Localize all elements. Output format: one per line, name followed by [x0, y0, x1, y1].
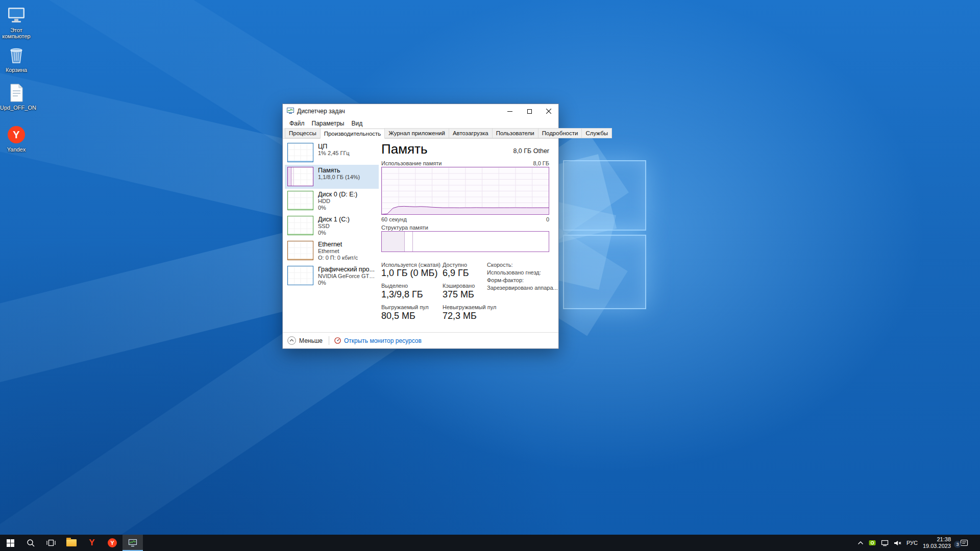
- memory-capacity: 8,0 ГБ Other: [513, 147, 549, 156]
- recycle-bin-icon: [6, 45, 27, 65]
- yandex-circle-icon: Y: [108, 538, 117, 547]
- task-view-button[interactable]: [41, 535, 61, 551]
- titlebar[interactable]: Диспетчер задач: [283, 104, 558, 118]
- yandex-app-button[interactable]: Y: [102, 535, 122, 551]
- yandex-browser-button[interactable]: Y: [82, 535, 102, 551]
- stat-committed-label: Выделено: [381, 283, 408, 289]
- menu-view[interactable]: Вид: [348, 119, 366, 128]
- menu-bar: Файл Параметры Вид: [283, 118, 558, 128]
- this-pc-icon: [6, 5, 27, 26]
- notification-icon: [960, 539, 968, 546]
- usage-chart-max: 8,0 ГБ: [533, 160, 549, 166]
- cpu-mini-chart: [287, 143, 313, 162]
- stat-nonpagedpool-label: Невыгружаемый пул: [443, 304, 496, 310]
- window-icon: [287, 107, 294, 116]
- hw-speed-label: Скорость:: [487, 262, 513, 268]
- window-footer: Меньше Открыть монитор ресурсов: [283, 332, 558, 348]
- system-tray: РУС 21:38 19.03.2023 3: [853, 535, 980, 551]
- desktop-icon-recycle-bin[interactable]: Корзина: [0, 45, 33, 73]
- file-explorer-button[interactable]: [61, 535, 82, 551]
- composition-label: Структура памяти: [381, 224, 428, 231]
- sidebar-item-cpu[interactable]: ЦП 1% 2,45 ГГц: [285, 141, 379, 165]
- resource-monitor-label: Открыть монитор ресурсов: [344, 337, 422, 344]
- tray-time: 21:38: [937, 536, 951, 542]
- tab-app-history[interactable]: Журнал приложений: [384, 128, 449, 138]
- tab-performance[interactable]: Производительность: [320, 129, 385, 139]
- desktop-icon-label: Upd_OFF_ON: [0, 105, 33, 111]
- tab-startup[interactable]: Автозагрузка: [449, 128, 493, 138]
- document-icon: [6, 83, 27, 103]
- tray-date: 19.03.2023: [923, 543, 951, 549]
- hw-slots-label: Использовано гнезд:: [487, 269, 541, 276]
- sidebar-item-ethernet[interactable]: Ethernet Ethernet О: 0 П: 0 кбит/с: [285, 239, 379, 264]
- network-icon: [881, 540, 889, 546]
- performance-panel: ЦП 1% 2,45 ГГц Память 1,1/8,0 ГБ (14%): [283, 139, 558, 332]
- sidebar-item-sub: Ethernet: [318, 248, 358, 255]
- folder-icon: [66, 539, 77, 546]
- sidebar-item-memory[interactable]: Память 1,1/8,0 ГБ (14%): [285, 165, 379, 189]
- memory-composition-bar: [381, 231, 549, 252]
- sidebar-item-title: Диск 1 (C:): [318, 216, 350, 223]
- maximize-button[interactable]: [520, 104, 539, 118]
- desktop-icon-yandex[interactable]: Y Yandex: [0, 124, 33, 153]
- desktop-icon-label: Этот компьютер: [0, 27, 33, 39]
- sidebar-item-disk0[interactable]: Диск 0 (D: E:) HDD 0%: [285, 189, 379, 214]
- gpu-mini-chart: [287, 266, 313, 285]
- yandex-icon: Y: [6, 124, 27, 145]
- stat-inuse-label: Используется (сжатая): [381, 262, 440, 268]
- nvidia-tray-icon[interactable]: [869, 540, 876, 546]
- stat-committed-value: 1,3/9,8 ГБ: [381, 289, 423, 300]
- usage-x-right: 0: [546, 216, 549, 222]
- close-button[interactable]: [539, 104, 558, 118]
- tab-processes[interactable]: Процессы: [285, 128, 321, 138]
- sidebar-item-sub2: О: 0 П: 0 кбит/с: [318, 255, 358, 261]
- sidebar-item-sub: 1% 2,45 ГГц: [318, 150, 350, 157]
- sidebar-item-sub: 1,1/8,0 ГБ (14%): [318, 174, 360, 181]
- minimize-button[interactable]: [500, 104, 520, 118]
- volume-icon: [894, 540, 901, 546]
- desktop-icon-upd-file[interactable]: Upd_OFF_ON: [0, 83, 33, 111]
- menu-file[interactable]: Файл: [286, 119, 308, 128]
- composition-divider: [404, 232, 405, 252]
- windows-logo-icon: [7, 539, 14, 547]
- memory-mini-chart: [287, 167, 313, 186]
- chevron-up-icon: [857, 541, 864, 545]
- performance-sidebar: ЦП 1% 2,45 ГГц Память 1,1/8,0 ГБ (14%): [285, 141, 379, 289]
- search-icon: [27, 539, 35, 547]
- clock[interactable]: 21:38 19.03.2023: [923, 536, 951, 549]
- composition-divider: [412, 232, 413, 252]
- menu-options[interactable]: Параметры: [308, 119, 348, 128]
- sidebar-item-title: Диск 0 (D: E:): [318, 191, 357, 198]
- action-center-button[interactable]: 3: [956, 539, 968, 546]
- volume-tray-icon[interactable]: [894, 540, 901, 546]
- task-manager-icon: [128, 539, 137, 547]
- task-view-icon: [46, 539, 56, 547]
- language-indicator[interactable]: РУС: [906, 540, 918, 546]
- usage-x-left: 60 секунд: [381, 216, 407, 222]
- open-resource-monitor-link[interactable]: Открыть монитор ресурсов: [334, 337, 422, 344]
- tab-services[interactable]: Службы: [581, 128, 612, 138]
- sidebar-item-sub2: 0%: [318, 280, 376, 286]
- sidebar-item-gpu[interactable]: Графический про... NVIDIA GeForce GTX 66…: [285, 264, 379, 289]
- stat-pagedpool-label: Выгружаемый пул: [381, 304, 429, 310]
- composition-inuse-segment: [382, 232, 404, 252]
- task-manager-taskbar-button[interactable]: [122, 535, 143, 551]
- fewer-details-button[interactable]: Меньше: [287, 336, 323, 345]
- sidebar-item-disk1[interactable]: Диск 1 (C:) SSD 0%: [285, 214, 379, 239]
- sidebar-item-sub: NVIDIA GeForce GTX 660: [318, 273, 376, 280]
- search-button[interactable]: [20, 535, 41, 551]
- desktop-icon-label: Корзина: [0, 67, 33, 73]
- hidden-icons-button[interactable]: [857, 541, 864, 545]
- taskbar: Y Y: [0, 535, 980, 551]
- desktop-icon-this-pc[interactable]: Этот компьютер: [0, 5, 33, 39]
- tab-users[interactable]: Пользователи: [492, 128, 538, 138]
- desktop-icon-label: Yandex: [0, 146, 33, 153]
- sidebar-item-title: Графический про...: [318, 266, 376, 273]
- disk1-mini-chart: [287, 216, 313, 235]
- tab-details[interactable]: Подробности: [538, 128, 582, 138]
- resource-monitor-icon: [334, 337, 341, 344]
- start-button[interactable]: [0, 535, 20, 551]
- stat-inuse-value: 1,0 ГБ (0 МБ): [381, 268, 437, 279]
- network-tray-icon[interactable]: [881, 540, 889, 546]
- memory-detail-panel: Память 8,0 ГБ Other Использование памяти…: [381, 139, 549, 332]
